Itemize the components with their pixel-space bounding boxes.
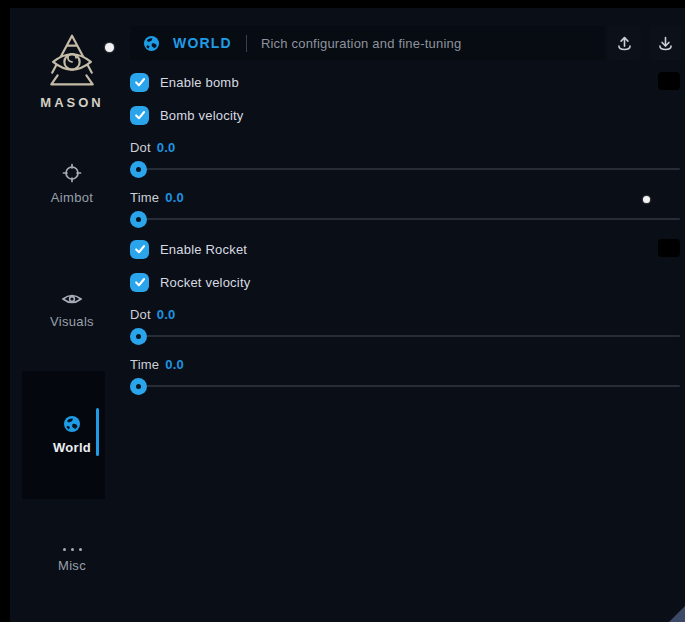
globe-icon xyxy=(143,35,160,52)
slider-thumb-dot[interactable] xyxy=(130,161,147,178)
slider-thumb-time[interactable] xyxy=(130,211,147,228)
slider-thumb-time[interactable] xyxy=(130,378,147,395)
slider-label-time: Time0.0 xyxy=(130,190,184,205)
upload-config-button[interactable] xyxy=(608,26,641,60)
sidebar: MASON Aimbot Visuals xyxy=(20,16,130,622)
slider-label-time: Time0.0 xyxy=(130,357,184,372)
slider-track-dot[interactable] xyxy=(130,168,680,170)
page-header: WORLD Rich configuration and fine-tuning xyxy=(130,26,605,60)
check-icon xyxy=(134,243,146,255)
sidebar-item-misc[interactable]: Misc xyxy=(20,543,124,573)
checkbox-rocket-velocity[interactable]: Rocket velocity xyxy=(130,272,250,292)
sidebar-item-label: Misc xyxy=(20,558,124,573)
slider-name: Time xyxy=(130,190,159,205)
check-icon xyxy=(134,76,146,88)
slider-name: Dot xyxy=(130,140,151,155)
slider-label-dot: Dot0.0 xyxy=(130,307,176,322)
slider-value: 0.0 xyxy=(157,307,176,322)
checkbox-label: Bomb velocity xyxy=(160,108,244,123)
sidebar-item-label: World xyxy=(20,440,124,455)
checkbox-bomb-velocity[interactable]: Bomb velocity xyxy=(130,105,244,125)
slider-label-dot: Dot0.0 xyxy=(130,140,176,155)
mason-eye-pyramid-icon xyxy=(20,32,124,90)
checkbox-label: Enable bomb xyxy=(160,75,239,90)
crosshair-icon xyxy=(20,163,124,183)
checkbox-checked xyxy=(130,106,149,125)
eye-icon xyxy=(20,291,124,307)
sidebar-item-visuals[interactable]: Visuals xyxy=(20,291,124,329)
ellipsis-icon xyxy=(20,543,124,551)
check-icon xyxy=(134,109,146,121)
slider-value: 0.0 xyxy=(157,140,176,155)
slider-name: Dot xyxy=(130,307,151,322)
slider-value: 0.0 xyxy=(165,357,184,372)
checkbox-checked xyxy=(130,240,149,259)
sidebar-item-aimbot[interactable]: Aimbot xyxy=(20,163,124,205)
sidebar-item-world[interactable]: World xyxy=(20,415,124,455)
logo-text: MASON xyxy=(20,95,124,110)
slider-name: Time xyxy=(130,357,159,372)
sidebar-item-label: Visuals xyxy=(20,314,124,329)
checkbox-checked xyxy=(130,73,149,92)
corner-background-fragment xyxy=(669,606,685,622)
white-dot xyxy=(643,196,650,203)
checkbox-enable-rocket[interactable]: Enable Rocket xyxy=(130,239,247,259)
checkbox-checked xyxy=(130,273,149,292)
rocket-color-swatch[interactable] xyxy=(658,239,680,257)
slider-track-time[interactable] xyxy=(130,218,680,220)
check-icon xyxy=(134,276,146,288)
slider-track-time[interactable] xyxy=(130,385,680,387)
slider-track-dot[interactable] xyxy=(130,335,680,337)
upload-icon xyxy=(616,35,633,52)
globe-icon xyxy=(20,415,124,433)
download-icon xyxy=(657,35,674,52)
download-config-button[interactable] xyxy=(649,26,682,60)
header-divider xyxy=(246,35,247,52)
bomb-color-swatch[interactable] xyxy=(658,72,680,90)
checkbox-label: Rocket velocity xyxy=(160,275,250,290)
main-window: MASON Aimbot Visuals xyxy=(10,8,685,622)
page-title: WORLD xyxy=(173,35,232,51)
sidebar-item-label: Aimbot xyxy=(20,190,124,205)
page-subtitle: Rich configuration and fine-tuning xyxy=(261,36,461,51)
checkbox-enable-bomb[interactable]: Enable bomb xyxy=(130,72,239,92)
white-dot xyxy=(105,43,114,52)
slider-thumb-dot[interactable] xyxy=(130,328,147,345)
slider-value: 0.0 xyxy=(165,190,184,205)
checkbox-label: Enable Rocket xyxy=(160,242,247,257)
